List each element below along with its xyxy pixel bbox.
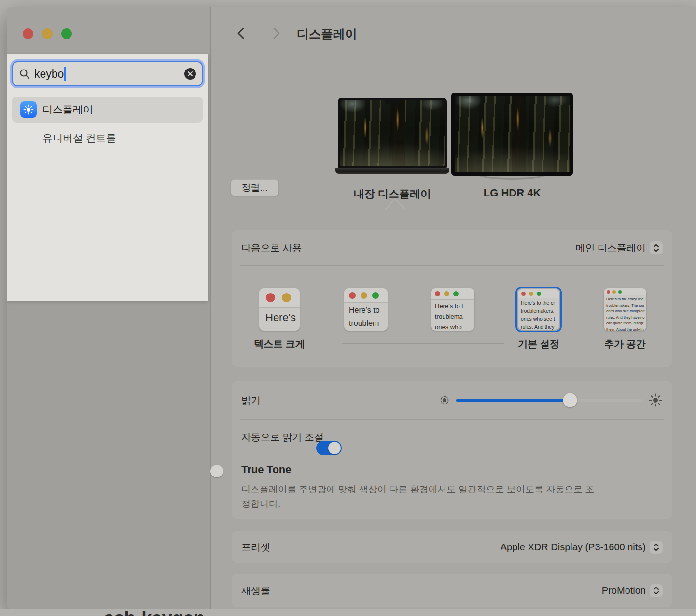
scaling-option-3[interactable]: Here's to t troublema ones who: [431, 288, 474, 331]
preset-label: 프리셋: [241, 541, 270, 554]
laptop-base: [335, 168, 449, 174]
auto-brightness-row: 자동으로 밝기 조절: [232, 420, 672, 455]
true-tone-description: 디스플레이를 주변광에 맞춰 색상이 다른 환경에서도 일관적으로 보이도록 자…: [241, 482, 599, 511]
mini-minimize-icon: [444, 291, 449, 296]
search-input-value: keybo: [34, 68, 64, 81]
brightness-row: 밝기: [232, 381, 672, 419]
brightness-card: 밝기: [232, 381, 672, 519]
back-button[interactable]: [234, 26, 249, 41]
display-settings-card: 다음으로 사용 메인 디스플레이: [232, 230, 672, 367]
external-display-thumbnail[interactable]: [451, 93, 573, 176]
background-window-text: ssh-keygen: [104, 609, 205, 616]
brightness-high-icon: [648, 393, 663, 407]
sample-text: rules. And they have no: [604, 314, 646, 320]
mini-close-icon: [435, 291, 440, 296]
brightness-label: 밝기: [241, 394, 261, 407]
scaling-option-default[interactable]: Here's to the cr troublemakers. ones who…: [518, 289, 559, 330]
text-cursor: [64, 67, 66, 81]
brightness-slider-thumb[interactable]: [563, 393, 577, 407]
sample-text: Here's to: [344, 303, 388, 316]
sample-text: rules. And they: [518, 322, 559, 330]
system-settings-window: keybo: [7, 7, 696, 609]
mini-minimize-icon: [529, 292, 533, 296]
laptop-notch: [385, 100, 400, 104]
mini-window-titlebar: [344, 288, 388, 303]
sidebar: keybo: [7, 7, 211, 609]
true-tone-label: True Tone: [241, 463, 292, 476]
sample-text: Here's to t: [431, 300, 474, 310]
monitor-frame: [451, 93, 573, 176]
sample-text: ones who see things dif: [604, 308, 646, 314]
wallpaper-image: [340, 100, 445, 166]
brightness-slider-fill: [456, 399, 570, 402]
preset-value: Apple XDR Display (P3-1600 nits): [501, 542, 646, 553]
selected-display-caret: [385, 199, 405, 219]
search-input[interactable]: keybo: [12, 61, 203, 86]
scaling-label-default: 기본 설정: [504, 337, 573, 350]
display-brightness-icon: [20, 101, 37, 118]
mini-window-titlebar: [259, 288, 300, 308]
true-tone-row: True Tone 디스플레이를 주변광에 맞춰 색상이 다른 환경에서도 일관…: [232, 455, 672, 519]
mini-zoom-icon: [537, 292, 541, 296]
sample-text: Here's to the crazy one: [604, 295, 646, 302]
auto-brightness-label: 자동으로 밝기 조절: [241, 431, 324, 444]
mini-minimize-icon: [282, 293, 291, 302]
brightness-slider[interactable]: [456, 399, 642, 402]
wallpaper-image: [455, 96, 570, 172]
section-divider: [211, 209, 696, 209]
refresh-rate-popup[interactable]: ProMotion: [602, 584, 663, 597]
scaling-option-more-space[interactable]: Here's to the crazy one troublemakers. T…: [604, 288, 646, 331]
preset-row: 프리셋 Apple XDR Display (P3-1600 nits): [232, 531, 672, 563]
chevron-up-down-icon[interactable]: [650, 541, 663, 554]
search-result-label: 디스플레이: [42, 103, 93, 116]
arrange-button[interactable]: 정렬...: [231, 179, 278, 196]
sample-text: Here's to the cr: [518, 298, 559, 307]
sample-text: ones who: [431, 321, 474, 331]
refresh-rate-card: 재생률 ProMotion: [232, 574, 672, 607]
refresh-rate-row: 재생률 ProMotion: [232, 574, 672, 607]
close-window-button[interactable]: [23, 28, 33, 39]
scaling-option-larger-text[interactable]: Here's: [259, 288, 300, 331]
scaling-option-2[interactable]: Here's to troublem: [344, 288, 388, 331]
mini-close-icon: [349, 292, 356, 299]
row-divider: [240, 265, 664, 266]
search-result-displays[interactable]: 디스플레이: [12, 97, 203, 123]
minimize-window-button[interactable]: [42, 28, 53, 39]
mini-minimize-icon: [361, 292, 367, 299]
use-as-label: 다음으로 사용: [241, 241, 302, 254]
zoom-window-button[interactable]: [61, 28, 72, 39]
chevron-up-down-icon[interactable]: [650, 584, 663, 597]
builtin-display-thumbnail[interactable]: [335, 98, 449, 175]
scaling-option-default-selected-ring: Here's to the cr troublemakers. ones who…: [515, 287, 562, 332]
page-title: 디스플레이: [297, 26, 357, 42]
forward-button[interactable]: [269, 26, 283, 41]
sample-text: them. About the only th: [604, 326, 646, 331]
toggle-knob: [328, 442, 341, 454]
preset-popup[interactable]: Apple XDR Display (P3-1600 nits): [501, 541, 663, 554]
search-results-panel: keybo: [7, 54, 208, 301]
search-icon: [19, 68, 30, 80]
auto-brightness-toggle[interactable]: [316, 441, 342, 455]
screen: keybo: [0, 0, 696, 616]
sample-text: ones who see t: [518, 314, 559, 322]
mini-zoom-icon: [618, 290, 622, 294]
scaling-label-larger-text: 텍스트 크게: [245, 337, 314, 350]
use-as-value: 메인 디스플레이: [575, 241, 646, 254]
use-as-popup[interactable]: 메인 디스플레이: [575, 241, 663, 254]
search-result-universal-control[interactable]: 유니버설 컨트롤: [12, 127, 203, 149]
scaling-label-more-space: 추가 공간: [590, 337, 660, 350]
chevron-up-down-icon[interactable]: [650, 241, 663, 254]
mini-window-titlebar: [431, 288, 474, 300]
sample-text: Here's: [259, 308, 300, 324]
use-as-row: 다음으로 사용 메인 디스플레이: [232, 230, 672, 265]
desktop-background: ssh-keygen: [0, 609, 696, 616]
mini-window-titlebar: [604, 288, 646, 295]
mini-zoom-icon: [453, 291, 459, 296]
toggle-knob: [210, 465, 223, 477]
preset-card: 프리셋 Apple XDR Display (P3-1600 nits): [232, 531, 672, 563]
mini-close-icon: [266, 293, 275, 302]
search-result-label: 유니버설 컨트롤: [42, 131, 116, 145]
mini-close-icon: [521, 292, 526, 296]
clear-search-button[interactable]: [184, 68, 196, 80]
sample-text: troublemakers.: [518, 307, 559, 315]
